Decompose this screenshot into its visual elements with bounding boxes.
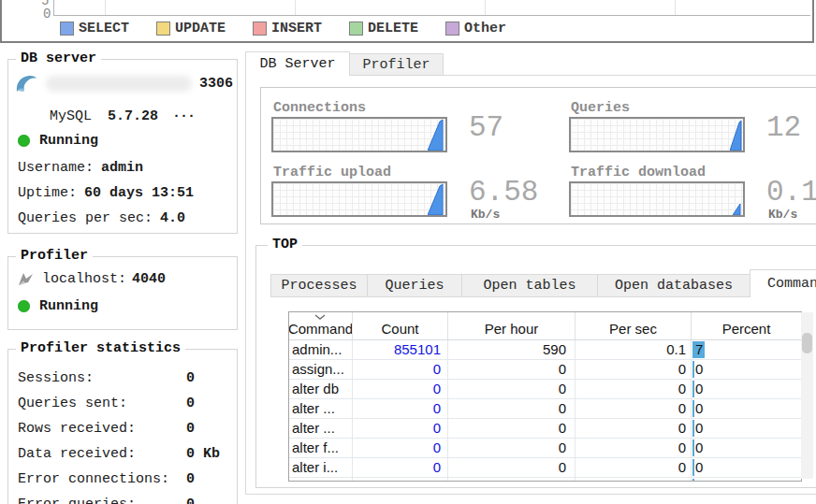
legend-color-swatch <box>156 22 170 36</box>
db-host-row: 3306 <box>14 73 233 94</box>
top-tab-open-databases[interactable]: Open databases <box>597 274 750 297</box>
stat-label: Error queries: <box>18 497 186 504</box>
profiler-statistics-panel: Profiler statistics Sessions: 0 Queries … <box>7 349 238 504</box>
username-value: admin <box>101 160 143 176</box>
profiler-status: Running <box>39 298 98 314</box>
db-port: 3306 <box>199 76 233 92</box>
chart-gridline <box>295 0 296 15</box>
gauges-panel: Connections 57 Queries 12 Traffic upload… <box>260 87 816 224</box>
qps-label: Queries per sec: <box>18 210 153 226</box>
column-header-per-sec[interactable]: Per sec <box>576 312 692 339</box>
chart-gridline <box>485 0 486 15</box>
column-header-count[interactable]: Count <box>353 312 448 339</box>
percent-bar <box>692 479 694 482</box>
table-row[interactable]: alter... 0 0 0 0 <box>289 478 801 482</box>
version-more-button[interactable]: ··· <box>172 108 195 124</box>
stat-row-error-connections: Error connections: 0 <box>18 471 227 487</box>
percent-bar <box>692 420 694 437</box>
top-tab-commands[interactable]: Commands <box>750 269 816 297</box>
table-row[interactable]: alter db 0 0 0 0 <box>289 380 801 399</box>
gauge-value-queries: 12 <box>766 113 801 142</box>
legend-color-swatch <box>253 22 267 36</box>
stat-value: 0 <box>186 471 227 487</box>
legend-item-delete: DELETE <box>349 21 418 36</box>
stat-label: Rows received: <box>18 421 186 437</box>
gauge-label-traffic-download: Traffic download <box>571 165 706 180</box>
stat-value: 0 <box>186 370 227 386</box>
qps-value: 4.0 <box>160 210 185 226</box>
query-chart-panel: 5 0 SELECT UPDATE INSERT DELETE Other <box>0 0 814 43</box>
gauge-queries <box>569 117 745 152</box>
stat-label: Queries sent: <box>18 396 186 411</box>
gauge-value-connections: 57 <box>469 113 503 142</box>
sort-descending-icon <box>313 314 327 321</box>
gauge-spike-icon <box>428 119 445 151</box>
legend-label: SELECT <box>79 21 129 36</box>
profiler-statistics-title: Profiler statistics <box>16 340 185 356</box>
legend-item-select: SELECT <box>60 21 129 36</box>
chart-legend: SELECT UPDATE INSERT DELETE Other <box>60 21 506 36</box>
table-row[interactable]: assign... 0 0 0 0 <box>289 360 801 380</box>
legend-label: DELETE <box>368 21 418 36</box>
username-label: Username: <box>18 160 94 176</box>
chart-x-axis <box>53 15 810 16</box>
profiler-panel: Profiler localhost: 4040 Running <box>7 256 238 330</box>
column-header-per-hour[interactable]: Per hour <box>448 312 576 339</box>
top-tab-processes[interactable]: Processes <box>270 274 368 297</box>
status-dot-icon <box>18 135 30 147</box>
status-dot-icon <box>18 300 30 312</box>
uptime-value: 60 days 13:51 <box>84 185 194 201</box>
stat-value: 0 <box>186 497 227 504</box>
table-row[interactable]: admin... 855101 590 0.1 7 <box>289 340 801 360</box>
db-status: Running <box>39 133 98 149</box>
commands-table-header: Command Count Per hour Per sec Percent <box>289 312 801 340</box>
top-tab-open-tables[interactable]: Open tables <box>461 274 598 297</box>
db-server-panel: DB server 3306 MySQL 5.7.28 ··· Running … <box>7 59 238 234</box>
gauge-value-traffic-upload: 6.58 <box>469 178 538 207</box>
table-row[interactable]: alter f... 0 0 0 0 <box>289 439 801 458</box>
percent-bar <box>692 459 694 476</box>
top-tab-strip: Processes Queries Open tables Open datab… <box>270 269 816 297</box>
stat-row-rows-received: Rows received: 0 <box>18 421 227 437</box>
scrollbar-thumb[interactable] <box>802 333 812 353</box>
gauge-spike-icon <box>428 183 445 215</box>
gauge-traffic-download <box>569 181 745 217</box>
stat-row-queries-sent: Queries sent: 0 <box>18 396 227 411</box>
column-header-percent[interactable]: Percent <box>692 312 801 339</box>
tab-profiler[interactable]: Profiler <box>349 53 444 76</box>
legend-color-swatch <box>349 22 363 36</box>
chart-y-axis <box>53 0 54 15</box>
gauge-connections <box>271 117 447 152</box>
profiler-bird-icon <box>18 272 35 287</box>
table-row[interactable]: alter ... 0 0 0 0 <box>289 399 801 419</box>
table-vertical-scrollbar[interactable] <box>801 312 813 479</box>
db-status-row: Running <box>18 133 98 149</box>
stat-value: 0 <box>186 421 227 437</box>
uptime-label: Uptime: <box>18 185 77 201</box>
legend-label: Other <box>464 21 506 36</box>
table-row[interactable]: alter i... 0 0 0 0 <box>289 458 801 478</box>
stat-row-error-queries: Error queries: 0 <box>18 497 227 504</box>
percent-bar <box>692 400 694 417</box>
legend-item-insert: INSERT <box>253 21 322 36</box>
mysql-dolphin-icon <box>14 73 38 94</box>
db-version-row: MySQL 5.7.28 ··· <box>50 108 195 124</box>
db-username-row: Username:admin <box>18 160 143 176</box>
stat-row-sessions: Sessions: 0 <box>18 370 227 386</box>
db-version: 5.7.28 <box>108 108 158 124</box>
gauge-label-traffic-upload: Traffic upload <box>273 165 391 180</box>
db-server-panel-title: DB server <box>16 50 101 66</box>
commands-table: Command Count Per hour Per sec Percent a… <box>288 311 802 482</box>
top-tab-queries[interactable]: Queries <box>367 274 462 297</box>
percent-bar <box>692 381 694 397</box>
stat-label: Error connections: <box>18 471 186 487</box>
percent-bar <box>692 361 694 378</box>
tab-db-server[interactable]: DB Server <box>245 51 350 76</box>
legend-label: INSERT <box>271 21 322 36</box>
gauge-unit-traffic-upload: Kb/s <box>471 208 500 222</box>
gauge-unit-traffic-download: Kb/s <box>768 208 797 222</box>
table-row[interactable]: alter ... 0 0 0 0 <box>289 419 801 439</box>
legend-color-swatch <box>445 22 459 36</box>
percent-bar <box>692 439 694 456</box>
profiler-port: 4040 <box>132 271 166 287</box>
